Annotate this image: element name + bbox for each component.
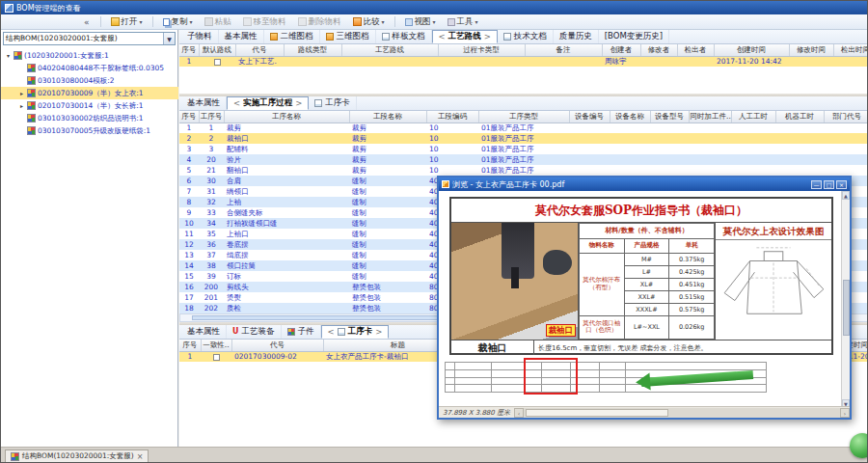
column-header[interactable]: 备注 bbox=[525, 44, 602, 56]
bom-selector-value: 结构BOM(10203020001:女套服) bbox=[6, 34, 118, 43]
bom-tree-panel: 结构BOM(10203020001:女套服) ▼ ▾(10203020001:女… bbox=[1, 30, 178, 447]
floating-assistant-button[interactable] bbox=[850, 433, 868, 458]
table-row[interactable]: 11裁剪裁剪1001服装产品工序 bbox=[179, 123, 868, 133]
scrollbar-thumb[interactable] bbox=[843, 280, 850, 336]
scrollbar-thumb[interactable] bbox=[526, 409, 668, 417]
tab-label: 基本属性 bbox=[187, 97, 220, 109]
tree-node[interactable]: ▾(10203020001:女套服:1 bbox=[1, 49, 178, 62]
expand-icon[interactable]: ▸ bbox=[18, 102, 25, 109]
column-header[interactable]: 同时加工件.. bbox=[689, 111, 731, 123]
tab-基本属性[interactable]: 基本属性 bbox=[181, 96, 227, 110]
size-usage: 0.375kg bbox=[669, 253, 715, 265]
column-header[interactable]: 检出者 bbox=[677, 44, 714, 56]
column-header[interactable]: 序号 bbox=[179, 44, 199, 56]
column-header[interactable]: 设备名称 bbox=[610, 111, 650, 123]
tab-[BOM变更历史][interactable]: [BOM变更历史] bbox=[599, 30, 669, 43]
tab-label: 基本属性 bbox=[225, 31, 258, 42]
bottom-tab-label: 结构BOM(10203020001:女套服) bbox=[22, 451, 134, 461]
size-usage: 0.451kg bbox=[669, 278, 715, 290]
column-header[interactable]: 设备型号 bbox=[650, 111, 689, 123]
row-checkbox[interactable] bbox=[213, 354, 220, 361]
tree-node[interactable]: 030103070005升级改版硬纸袋:1 bbox=[1, 124, 178, 137]
tree-node[interactable]: 030103080004模板:2 bbox=[1, 74, 178, 87]
tab-工序卡[interactable]: 工序卡 bbox=[321, 325, 390, 339]
tab-label: 样板文档 bbox=[393, 31, 425, 42]
toolbar-button-open[interactable]: 打开▾ bbox=[106, 14, 148, 30]
collapse-toolbar-button[interactable]: « bbox=[84, 17, 90, 27]
column-header[interactable]: 工段编码 bbox=[426, 111, 478, 123]
tree-node[interactable]: 040204080448不干胶标签纸:0.0305 bbox=[1, 62, 178, 74]
column-header[interactable]: 一致性.. bbox=[201, 340, 231, 351]
toolbar-button-view[interactable]: 视图▾ bbox=[400, 14, 441, 30]
expand-icon[interactable]: ▸ bbox=[18, 90, 25, 96]
column-header[interactable]: 修改者 bbox=[640, 44, 677, 56]
column-header[interactable]: 创建者 bbox=[602, 44, 640, 56]
table-row[interactable]: 420验片裁剪1001服装产品工序 bbox=[179, 154, 868, 165]
materials-header-name: 物料名称 bbox=[580, 238, 625, 253]
column-header[interactable]: 路线类型 bbox=[284, 44, 341, 56]
close-icon[interactable]: × bbox=[137, 452, 144, 461]
sewing-machine-image bbox=[502, 223, 534, 279]
column-header[interactable]: 代号 bbox=[235, 44, 284, 56]
toolbar-button-compare[interactable]: 比较▾ bbox=[348, 14, 390, 30]
routes-tabstrip: 子物料基本属性二维图档三维图档样板文档工艺路线技术文档质量历史[BOM变更历史] bbox=[179, 30, 868, 44]
tab-二维图档[interactable]: 二维图档 bbox=[264, 30, 320, 43]
toolbar-button-copy[interactable]: 复制▾ bbox=[158, 14, 198, 30]
column-header[interactable]: 检出时间 bbox=[833, 44, 868, 56]
tree-node[interactable]: ▸020107030014（半）女长裤:1 bbox=[1, 99, 178, 112]
column-header[interactable]: 工序名称 bbox=[224, 111, 349, 123]
expand-icon[interactable]: ▾ bbox=[5, 52, 12, 59]
toolbar-button-tools[interactable]: 工具▾ bbox=[443, 14, 483, 30]
column-header[interactable]: 部门代号 bbox=[824, 111, 868, 123]
tab-三维图档[interactable]: 三维图档 bbox=[320, 30, 376, 43]
tab-基本属性[interactable]: 基本属性 bbox=[181, 325, 227, 339]
maximize-button[interactable]: □ bbox=[824, 180, 834, 189]
tab-子物料[interactable]: 子物料 bbox=[181, 30, 219, 43]
column-header[interactable]: 修改时间 bbox=[789, 44, 833, 56]
scroll-left-icon[interactable]: ‹ bbox=[514, 408, 524, 418]
operation-description: 长度16.5cm，垂直切割，无误差 成套分发，注意色差。 bbox=[534, 343, 831, 353]
bom-selector-combobox[interactable]: 结构BOM(10203020001:女套服) ▼ bbox=[3, 32, 176, 45]
toolbar-items: 打开▾复制▾粘贴移至物料删除物料比较▾视图▾工具▾ bbox=[106, 14, 483, 30]
hand-image bbox=[543, 250, 572, 275]
tab-工艺路线[interactable]: 工艺路线 bbox=[432, 30, 498, 43]
column-header[interactable]: 序号 bbox=[179, 340, 201, 351]
minimize-button[interactable]: — bbox=[811, 180, 822, 189]
tab-质量历史[interactable]: 质量历史 bbox=[554, 30, 599, 43]
table-row[interactable]: 521翻袖口裁剪1001服装产品工序 bbox=[179, 165, 868, 176]
tab-子件[interactable]: 子件 bbox=[282, 325, 321, 339]
tab-实施工序过程[interactable]: 实施工序过程 bbox=[227, 96, 309, 110]
column-header[interactable]: 工序类型 bbox=[478, 111, 569, 123]
tab-基本属性[interactable]: 基本属性 bbox=[219, 30, 264, 43]
tab-样板文档[interactable]: 样板文档 bbox=[376, 30, 432, 43]
chevron-down-icon[interactable]: ▼ bbox=[163, 33, 175, 44]
column-header[interactable]: 工段名称 bbox=[349, 111, 426, 123]
viewer-vertical-scrollbar[interactable]: ▲ ▼ bbox=[841, 191, 850, 408]
table-row[interactable]: 1女上下工艺.周咏宇2017-11-20 14:42已归档 bbox=[179, 56, 868, 67]
column-header[interactable]: 默认路线 bbox=[199, 44, 235, 56]
tab-工艺装备[interactable]: U工艺装备 bbox=[227, 325, 282, 339]
column-header[interactable]: 工序号 bbox=[199, 111, 224, 123]
tree-node[interactable]: 030103030002纺织品说明书:1 bbox=[1, 112, 178, 124]
viewer-titlebar[interactable]: 浏览 - 女上衣产品工序卡 00.pdf — □ × bbox=[439, 177, 850, 191]
table-row[interactable]: 22裁袖口裁剪1001服装产品工序 bbox=[179, 133, 868, 144]
column-header[interactable]: 创建时间 bbox=[714, 44, 789, 56]
column-header[interactable]: 过程卡类型 bbox=[438, 44, 525, 56]
table-row[interactable]: 33配辅料裁剪1001服装产品工序 bbox=[179, 144, 868, 154]
tab-技术文档[interactable]: 技术文档 bbox=[498, 30, 554, 43]
viewer-horizontal-scrollbar[interactable] bbox=[524, 408, 840, 418]
column-header[interactable]: 设备编号 bbox=[569, 111, 610, 123]
column-header[interactable]: 工艺路线 bbox=[341, 44, 438, 56]
tree-node[interactable]: ▸020107030009（半）女上衣:1 bbox=[1, 87, 178, 99]
column-header[interactable]: 人工工时 bbox=[731, 111, 775, 123]
column-header[interactable]: 代号 bbox=[231, 340, 323, 351]
row-checkbox[interactable] bbox=[214, 59, 221, 66]
column-header[interactable]: 序号 bbox=[179, 111, 199, 123]
compare-icon bbox=[353, 17, 362, 26]
tab-工序卡[interactable]: 工序卡 bbox=[309, 96, 357, 110]
scroll-up-icon[interactable]: ▲ bbox=[842, 191, 850, 200]
close-button[interactable]: × bbox=[836, 180, 847, 189]
scroll-right-icon[interactable]: › bbox=[840, 408, 850, 418]
bottom-document-tab[interactable]: 结构BOM(10203020001:女套服) × bbox=[5, 449, 149, 463]
column-header[interactable]: 机器工时 bbox=[775, 111, 824, 123]
